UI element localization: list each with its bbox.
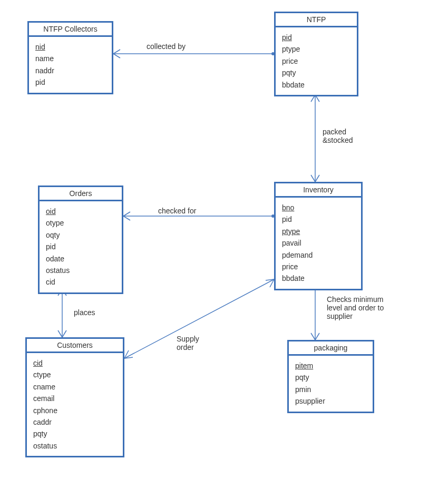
attr-cemail: cemail [33, 393, 116, 404]
rel-checks-min: Checks minimum level and order to suppli… [327, 295, 384, 320]
attr-pdemand: pdemand [282, 249, 355, 261]
attr-pmin: pmin [295, 384, 366, 395]
entity-ntfp-collectors: NTFP Collectors nid name naddr pid [27, 21, 113, 94]
attr-pqty: pqty [282, 67, 350, 79]
entity-title: NTFP [276, 13, 357, 27]
entity-orders: Orders oid otype oqty pid odate ostatus … [38, 185, 123, 294]
rel-supply-order: Supply order [177, 335, 199, 351]
attr-pid: pid [282, 213, 355, 225]
entity-attrs: oid otype oqty pid odate ostatus cid [40, 201, 122, 292]
attr-cid: cid [33, 357, 116, 369]
entity-title: Orders [40, 187, 122, 201]
attr-price: price [282, 55, 350, 67]
attr-naddr: naddr [35, 65, 105, 76]
attr-pqty: pqty [295, 372, 366, 383]
attr-pid: pid [35, 76, 105, 88]
entity-attrs: bno pid ptype pavail pdemand price bbdat… [276, 198, 361, 289]
attr-oqty: oqty [46, 229, 115, 241]
attr-bno: bno [282, 202, 355, 213]
rel-packed-stocked: packed &stocked [323, 128, 353, 144]
attr-pavail: pavail [282, 237, 355, 249]
attr-bbdate: bbdate [282, 79, 350, 91]
entity-attrs: pitem pqty pmin psupplier [289, 356, 373, 412]
attr-ctype: ctype [33, 369, 116, 380]
entity-attrs: cid ctype cname cemail cphone caddr pqty… [27, 353, 123, 456]
entity-title: packaging [289, 341, 373, 356]
attr-bbdate: bbdate [282, 272, 355, 284]
attr-cphone: cphone [33, 405, 116, 416]
attr-ostatus: ostatus [46, 265, 115, 276]
attr-cname: cname [33, 381, 116, 393]
attr-psupplier: psupplier [295, 395, 366, 407]
attr-caddr: caddr [33, 416, 116, 428]
attr-otype: otype [46, 217, 115, 229]
attr-nid: nid [35, 41, 105, 53]
entity-inventory: Inventory bno pid ptype pavail pdemand p… [274, 182, 363, 290]
attr-ostatus: ostatus [33, 440, 116, 452]
attr-oid: oid [46, 206, 115, 217]
entity-ntfp: NTFP pid ptype price pqty bbdate [274, 12, 358, 96]
attr-pqty: pqty [33, 428, 116, 440]
entity-attrs: pid ptype price pqty bbdate [276, 27, 357, 95]
entity-title: Customers [27, 339, 123, 353]
rel-checked-for: checked for [158, 207, 196, 215]
entity-packaging: packaging pitem pqty pmin psupplier [287, 340, 374, 413]
rel-collected-by: collected by [147, 42, 186, 51]
attr-odate: odate [46, 253, 115, 265]
attr-price: price [282, 261, 355, 272]
attr-cid: cid [46, 276, 115, 288]
entity-title: NTFP Collectors [29, 23, 112, 37]
entity-title: Inventory [276, 183, 361, 198]
attr-name: name [35, 53, 105, 64]
entity-customers: Customers cid ctype cname cemail cphone … [25, 337, 124, 457]
attr-ptype: ptype [282, 226, 355, 237]
attr-pitem: pitem [295, 360, 366, 372]
entity-attrs: nid name naddr pid [29, 37, 112, 93]
attr-pid: pid [282, 32, 350, 43]
attr-ptype: ptype [282, 43, 350, 55]
attr-pid: pid [46, 241, 115, 252]
rel-places: places [74, 308, 95, 317]
svg-line-6 [124, 279, 274, 358]
